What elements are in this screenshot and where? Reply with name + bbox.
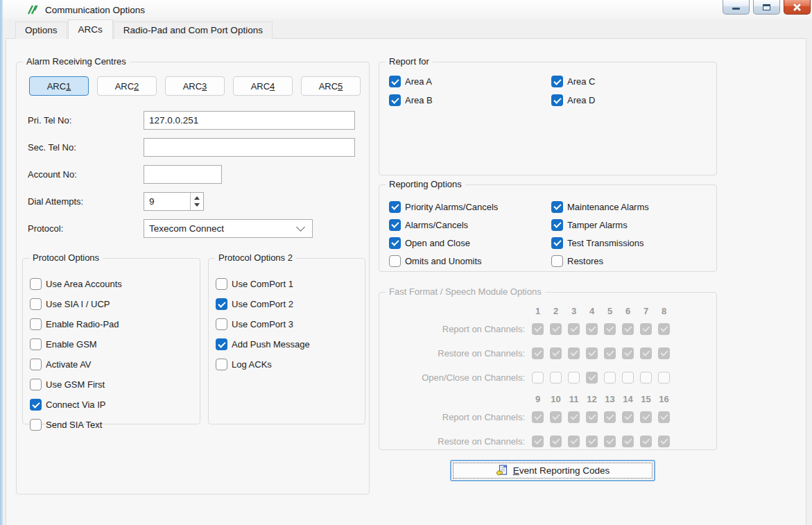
checkbox-label: Priority Alarms/Cancels (405, 202, 498, 212)
channel-number: 6 (622, 306, 634, 316)
spinner-buttons[interactable] (190, 193, 203, 210)
checkbox-enable-radio-pad[interactable]: Enable Radio-Pad (30, 314, 197, 334)
spin-down-icon[interactable] (194, 203, 200, 207)
checkbox-area-a[interactable]: Area A (389, 72, 551, 91)
alarm-receiving-centres-group: Alarm Receiving Centres ARC 1ARC 2ARC 3A… (16, 62, 370, 494)
checkbox-omits-and-unomits[interactable]: Omits and Unomits (389, 252, 551, 270)
maximize-button[interactable] (753, 0, 780, 15)
checkbox-test-transmissions[interactable]: Test Transmissions (551, 234, 714, 252)
checkbox-activate-av[interactable]: Activate AV (30, 354, 197, 375)
arc-1-button[interactable]: ARC 1 (29, 76, 89, 96)
channel-number: 15 (640, 394, 652, 404)
channel-checkbox (550, 323, 562, 335)
checkbox-label: Enable GSM (46, 339, 97, 350)
titlebar[interactable]: Communication Options (3, 0, 812, 19)
report-on-channels-label: Report on Channels: (385, 412, 532, 422)
checkbox-area-d[interactable]: Area D (551, 91, 714, 110)
checkbox-send-sia-text[interactable]: Send SIA Text (30, 415, 197, 435)
protocol-options-2-list: Use ComPort 1Use ComPort 2Use ComPort 3A… (216, 274, 362, 375)
dial-attempts-input[interactable]: 9 (144, 192, 204, 211)
channel-checkbox (640, 411, 652, 423)
channel-checkbox (604, 436, 616, 447)
channel-checkbox (604, 323, 616, 335)
checkbox-label: Add Push Message (232, 339, 310, 350)
channel-checkbox (640, 323, 652, 335)
report-on-channels-label: Report on Channels: (385, 324, 532, 334)
pri-tel-no-row: Pri. Tel No:127.0.0.251 (28, 111, 355, 130)
arc-2-button[interactable]: ARC 2 (97, 76, 157, 96)
channel-number: 12 (586, 394, 598, 404)
checkbox-icon (30, 419, 42, 431)
checkbox-area-b[interactable]: Area B (389, 91, 551, 110)
checkbox-use-comport-1[interactable]: Use ComPort 1 (216, 274, 362, 294)
channel-checkbox (622, 436, 634, 447)
arc-3-button[interactable]: ARC 3 (165, 76, 225, 96)
window-border (0, 0, 3, 525)
event-reporting-codes-button[interactable]: Event Reporting Codes (450, 460, 655, 481)
checkbox-area-c[interactable]: Area C (551, 72, 714, 91)
checkbox-maintenance-alarms[interactable]: Maintenance Alarms (551, 198, 714, 216)
reporting-options-group: Reporting Options Priority Alarms/Cancel… (379, 184, 717, 272)
chevron-down-icon (296, 223, 305, 232)
checkbox-icon (389, 94, 401, 106)
checkbox-use-comport-3[interactable]: Use ComPort 3 (216, 314, 362, 334)
checkbox-icon (30, 298, 42, 310)
sec-tel-no-input[interactable] (144, 138, 355, 157)
channel-number: 9 (532, 394, 544, 404)
spin-up-icon[interactable] (194, 196, 200, 200)
channel-checkbox (658, 347, 670, 359)
checkbox-use-comport-2[interactable]: Use ComPort 2 (216, 294, 362, 314)
checkbox-icon (30, 399, 42, 411)
pri-tel-no-label: Pri. Tel No: (28, 115, 144, 126)
checkbox-open-and-close[interactable]: Open and Close (389, 234, 551, 252)
tab-radio-pad-and-com-port-options[interactable]: Radio-Pad and Com Port Options (114, 21, 273, 39)
channel-number: 16 (658, 394, 670, 404)
arc-4-button[interactable]: ARC 4 (233, 76, 293, 96)
checkbox-restores[interactable]: Restores (551, 252, 714, 270)
protocol-label: Protocol: (28, 223, 144, 234)
group-title: Alarm Receiving Centres (23, 56, 130, 67)
close-button[interactable] (784, 0, 811, 15)
checkbox-icon (551, 94, 563, 106)
channel-checkbox (604, 347, 616, 359)
channel-checkbox (658, 372, 670, 384)
channel-checkbox (586, 411, 598, 423)
checkbox-connect-via-ip[interactable]: Connect Via IP (30, 395, 197, 415)
channel-checkbox (658, 436, 670, 447)
tab-arcs[interactable]: ARCs (68, 19, 113, 40)
channel-checkbox (568, 347, 580, 359)
checkbox-icon (551, 201, 563, 213)
checkbox-label: Send SIA Text (46, 420, 102, 430)
checkbox-enable-gsm[interactable]: Enable GSM (30, 334, 197, 354)
channel-checkbox (586, 323, 598, 335)
channel-checkbox (586, 372, 598, 384)
channel-checkbox (550, 347, 562, 359)
channel-checkbox (568, 411, 580, 423)
account-no-input[interactable] (144, 165, 222, 184)
checkbox-label: Area B (405, 95, 433, 105)
checkbox-use-sia-i-ucp[interactable]: Use SIA I / UCP (30, 294, 197, 314)
channel-checkbox (568, 323, 580, 335)
window-controls (723, 0, 812, 15)
channel-checkbox (604, 372, 616, 384)
tab-options[interactable]: Options (15, 21, 67, 39)
channel-checkbox (550, 436, 562, 447)
checkbox-alarms-cancels[interactable]: Alarms/Cancels (389, 216, 551, 234)
arc-5-button[interactable]: ARC 5 (301, 76, 361, 96)
checkbox-use-area-accounts[interactable]: Use Area Accounts (30, 274, 197, 294)
checkbox-priority-alarms-cancels[interactable]: Priority Alarms/Cancels (389, 198, 551, 216)
checkbox-add-push-message[interactable]: Add Push Message (216, 334, 362, 354)
restore-on-channels-label: Restore on Channels: (385, 348, 532, 359)
channel-checkbox (532, 411, 544, 423)
channel-number: 7 (640, 306, 652, 316)
channel-number-row: 12345678 (385, 305, 711, 317)
protocol-row: Protocol:Texecom Connect (28, 219, 355, 238)
minimize-button[interactable] (723, 0, 750, 15)
checkbox-use-gsm-first[interactable]: Use GSM First (30, 375, 197, 395)
pri-tel-no-input[interactable]: 127.0.0.251 (144, 111, 355, 130)
checkbox-log-acks[interactable]: Log ACKs (216, 354, 362, 375)
protocol-options-list: Use Area AccountsUse SIA I / UCPEnable R… (30, 274, 197, 435)
protocol-input[interactable]: Texecom Connect (144, 219, 313, 238)
fast-format-group: Fast Format / Speech Module Options 1234… (379, 292, 717, 450)
checkbox-tamper-alarms[interactable]: Tamper Alarms (551, 216, 714, 234)
